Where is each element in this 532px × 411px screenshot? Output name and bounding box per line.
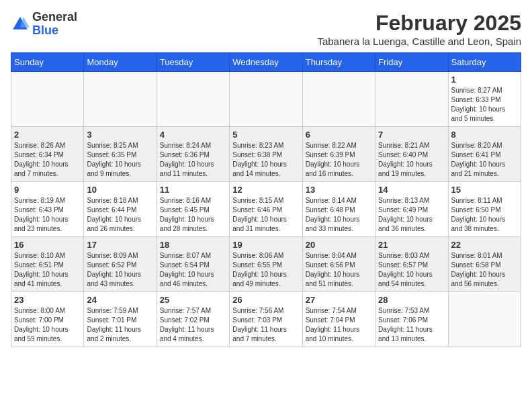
day-number: 6 — [306, 130, 372, 140]
day-number: 13 — [306, 185, 372, 195]
calendar-cell: 24Sunrise: 7:59 AM Sunset: 7:01 PM Dayli… — [84, 292, 157, 347]
calendar-table: SundayMondayTuesdayWednesdayThursdayFrid… — [11, 52, 521, 347]
day-number: 7 — [378, 130, 445, 140]
calendar-cell: 20Sunrise: 8:04 AM Sunset: 6:56 PM Dayli… — [302, 237, 375, 292]
calendar-cell: 14Sunrise: 8:13 AM Sunset: 6:49 PM Dayli… — [375, 182, 448, 237]
day-info: Sunrise: 8:27 AM Sunset: 6:33 PM Dayligh… — [451, 86, 518, 124]
page-header: General Blue February 2025 Tabanera la L… — [11, 11, 521, 47]
day-number: 27 — [306, 295, 372, 305]
calendar-day-header: Saturday — [448, 53, 521, 72]
day-info: Sunrise: 8:09 AM Sunset: 6:52 PM Dayligh… — [87, 251, 153, 289]
day-info: Sunrise: 7:59 AM Sunset: 7:01 PM Dayligh… — [87, 306, 153, 344]
day-info: Sunrise: 8:13 AM Sunset: 6:49 PM Dayligh… — [378, 196, 445, 234]
day-info: Sunrise: 7:56 AM Sunset: 7:03 PM Dayligh… — [232, 306, 299, 344]
calendar-cell: 13Sunrise: 8:14 AM Sunset: 6:48 PM Dayli… — [302, 182, 375, 237]
day-number: 22 — [451, 240, 518, 250]
calendar-cell: 10Sunrise: 8:18 AM Sunset: 6:44 PM Dayli… — [84, 182, 157, 237]
logo-text: General Blue — [32, 11, 77, 38]
calendar-week-row: 2Sunrise: 8:26 AM Sunset: 6:34 PM Daylig… — [11, 127, 521, 182]
calendar-cell — [11, 72, 84, 127]
calendar-cell — [302, 72, 375, 127]
day-number: 23 — [14, 295, 81, 305]
day-info: Sunrise: 8:00 AM Sunset: 7:00 PM Dayligh… — [14, 306, 81, 344]
day-number: 25 — [160, 295, 226, 305]
calendar-cell: 21Sunrise: 8:03 AM Sunset: 6:57 PM Dayli… — [375, 237, 448, 292]
calendar-day-header: Thursday — [302, 53, 375, 72]
day-number: 5 — [232, 130, 299, 140]
calendar-cell — [375, 72, 448, 127]
logo-blue: Blue — [32, 24, 77, 38]
day-info: Sunrise: 8:16 AM Sunset: 6:45 PM Dayligh… — [160, 196, 226, 234]
calendar-day-header: Tuesday — [157, 53, 229, 72]
calendar-day-header: Sunday — [11, 53, 84, 72]
calendar-cell: 26Sunrise: 7:56 AM Sunset: 7:03 PM Dayli… — [230, 292, 302, 347]
day-info: Sunrise: 8:20 AM Sunset: 6:41 PM Dayligh… — [451, 141, 518, 179]
calendar-cell: 5Sunrise: 8:23 AM Sunset: 6:38 PM Daylig… — [230, 127, 302, 182]
calendar-cell: 6Sunrise: 8:22 AM Sunset: 6:39 PM Daylig… — [302, 127, 375, 182]
calendar-cell: 11Sunrise: 8:16 AM Sunset: 6:45 PM Dayli… — [157, 182, 229, 237]
day-info: Sunrise: 8:18 AM Sunset: 6:44 PM Dayligh… — [87, 196, 153, 234]
day-number: 17 — [87, 240, 153, 250]
title-block: February 2025 Tabanera la Luenga, Castil… — [317, 11, 521, 47]
day-info: Sunrise: 8:21 AM Sunset: 6:40 PM Dayligh… — [378, 141, 445, 179]
day-info: Sunrise: 8:26 AM Sunset: 6:34 PM Dayligh… — [14, 141, 81, 179]
day-info: Sunrise: 8:14 AM Sunset: 6:48 PM Dayligh… — [306, 196, 372, 234]
day-info: Sunrise: 8:04 AM Sunset: 6:56 PM Dayligh… — [306, 251, 372, 289]
day-number: 4 — [160, 130, 226, 140]
calendar-week-row: 9Sunrise: 8:19 AM Sunset: 6:43 PM Daylig… — [11, 182, 521, 237]
calendar-day-header: Monday — [84, 53, 157, 72]
calendar-day-header: Wednesday — [230, 53, 302, 72]
day-number: 28 — [378, 295, 445, 305]
day-number: 26 — [232, 295, 299, 305]
day-info: Sunrise: 8:15 AM Sunset: 6:46 PM Dayligh… — [232, 196, 299, 234]
day-number: 15 — [451, 185, 518, 195]
day-info: Sunrise: 7:54 AM Sunset: 7:04 PM Dayligh… — [306, 306, 372, 344]
calendar-cell: 23Sunrise: 8:00 AM Sunset: 7:00 PM Dayli… — [11, 292, 84, 347]
calendar-cell: 8Sunrise: 8:20 AM Sunset: 6:41 PM Daylig… — [448, 127, 521, 182]
day-number: 19 — [232, 240, 299, 250]
calendar-cell: 18Sunrise: 8:07 AM Sunset: 6:54 PM Dayli… — [157, 237, 229, 292]
calendar-cell: 2Sunrise: 8:26 AM Sunset: 6:34 PM Daylig… — [11, 127, 84, 182]
calendar-cell: 22Sunrise: 8:01 AM Sunset: 6:58 PM Dayli… — [448, 237, 521, 292]
day-info: Sunrise: 8:19 AM Sunset: 6:43 PM Dayligh… — [14, 196, 81, 234]
calendar-week-row: 16Sunrise: 8:10 AM Sunset: 6:51 PM Dayli… — [11, 237, 521, 292]
day-number: 21 — [378, 240, 445, 250]
calendar-subtitle: Tabanera la Luenga, Castille and Leon, S… — [317, 36, 521, 47]
calendar-cell: 27Sunrise: 7:54 AM Sunset: 7:04 PM Dayli… — [302, 292, 375, 347]
day-number: 8 — [451, 130, 518, 140]
day-number: 1 — [451, 75, 518, 85]
day-info: Sunrise: 7:57 AM Sunset: 7:02 PM Dayligh… — [160, 306, 226, 344]
day-number: 14 — [378, 185, 445, 195]
calendar-cell — [157, 72, 229, 127]
calendar-cell: 16Sunrise: 8:10 AM Sunset: 6:51 PM Dayli… — [11, 237, 84, 292]
calendar-title: February 2025 — [317, 11, 521, 36]
day-number: 12 — [232, 185, 299, 195]
day-info: Sunrise: 8:06 AM Sunset: 6:55 PM Dayligh… — [232, 251, 299, 289]
day-number: 11 — [160, 185, 226, 195]
calendar-cell: 25Sunrise: 7:57 AM Sunset: 7:02 PM Dayli… — [157, 292, 229, 347]
calendar-day-header: Friday — [375, 53, 448, 72]
calendar-cell: 17Sunrise: 8:09 AM Sunset: 6:52 PM Dayli… — [84, 237, 157, 292]
calendar-cell: 3Sunrise: 8:25 AM Sunset: 6:35 PM Daylig… — [84, 127, 157, 182]
day-info: Sunrise: 8:25 AM Sunset: 6:35 PM Dayligh… — [87, 141, 153, 179]
day-number: 10 — [87, 185, 153, 195]
calendar-week-row: 23Sunrise: 8:00 AM Sunset: 7:00 PM Dayli… — [11, 292, 521, 347]
calendar-cell — [230, 72, 302, 127]
day-number: 2 — [14, 130, 81, 140]
logo-icon — [11, 15, 30, 34]
day-info: Sunrise: 8:01 AM Sunset: 6:58 PM Dayligh… — [451, 251, 518, 289]
day-info: Sunrise: 8:23 AM Sunset: 6:38 PM Dayligh… — [232, 141, 299, 179]
calendar-cell: 9Sunrise: 8:19 AM Sunset: 6:43 PM Daylig… — [11, 182, 84, 237]
day-number: 3 — [87, 130, 153, 140]
calendar-cell: 1Sunrise: 8:27 AM Sunset: 6:33 PM Daylig… — [448, 72, 521, 127]
day-info: Sunrise: 8:11 AM Sunset: 6:50 PM Dayligh… — [451, 196, 518, 234]
day-number: 20 — [306, 240, 372, 250]
day-number: 16 — [14, 240, 81, 250]
calendar-cell: 15Sunrise: 8:11 AM Sunset: 6:50 PM Dayli… — [448, 182, 521, 237]
day-info: Sunrise: 8:07 AM Sunset: 6:54 PM Dayligh… — [160, 251, 226, 289]
day-info: Sunrise: 8:03 AM Sunset: 6:57 PM Dayligh… — [378, 251, 445, 289]
day-info: Sunrise: 7:53 AM Sunset: 7:06 PM Dayligh… — [378, 306, 445, 344]
day-number: 18 — [160, 240, 226, 250]
day-number: 9 — [14, 185, 81, 195]
calendar-cell: 4Sunrise: 8:24 AM Sunset: 6:36 PM Daylig… — [157, 127, 229, 182]
